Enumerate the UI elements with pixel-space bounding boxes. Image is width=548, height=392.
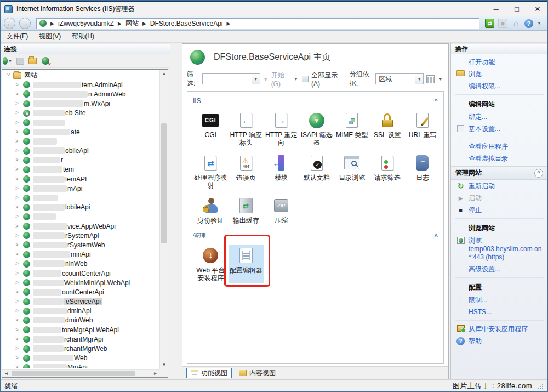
action-view-applications[interactable]: 查看应用程序 bbox=[451, 140, 547, 152]
chevron-collapsed-icon[interactable]: > bbox=[15, 186, 21, 191]
home-icon[interactable]: ⌂ bbox=[511, 19, 521, 28]
tab-content-view[interactable]: 内容视图 bbox=[235, 368, 279, 378]
tree-site-item[interactable]: >rSystemApi bbox=[3, 231, 159, 240]
breadcrumb[interactable]: ▶iZwwqc5yvudamkZ▶网站▶DFStore.BaseServiceA… bbox=[36, 18, 480, 29]
restart-server-icon[interactable]: ⇄ bbox=[485, 19, 494, 28]
tree-site-item[interactable]: > bbox=[3, 118, 159, 127]
chevron-collapsed-icon[interactable]: > bbox=[15, 195, 21, 201]
chevron-collapsed-icon[interactable]: > bbox=[15, 214, 21, 219]
menu-item-1[interactable]: 视图(V) bbox=[39, 32, 61, 41]
scroll-left-icon[interactable]: ◄ bbox=[2, 370, 10, 378]
chevron-expanded-icon[interactable]: > bbox=[5, 73, 11, 78]
chevron-collapsed-icon[interactable]: > bbox=[15, 110, 21, 116]
chevron-collapsed-icon[interactable]: > bbox=[15, 299, 21, 304]
forward-button[interactable]: → bbox=[19, 18, 31, 29]
feature-http-redirect[interactable]: →HTTP 重定向 bbox=[264, 110, 299, 148]
back-button[interactable]: ← bbox=[4, 18, 15, 29]
chevron-collapsed-icon[interactable]: > bbox=[15, 317, 21, 323]
action-browse[interactable]: 浏览 bbox=[451, 68, 547, 80]
tree-site-item[interactable]: >dminWeb bbox=[3, 316, 159, 325]
action-hsts[interactable]: HSTS... bbox=[451, 306, 547, 318]
tree-site-item[interactable]: >minApi bbox=[3, 250, 159, 259]
filter-input[interactable]: ▼ bbox=[202, 73, 260, 84]
feature-web-platform-installer[interactable]: ↓Web 平台安装程序 bbox=[193, 245, 229, 283]
chevron-collapsed-icon[interactable]: > bbox=[15, 327, 21, 333]
tree-site-item[interactable]: >dminApi bbox=[3, 306, 159, 316]
chevron-collapsed-icon[interactable]: > bbox=[15, 252, 21, 257]
chevron-collapsed-icon[interactable]: > bbox=[15, 129, 21, 135]
action-browse-website[interactable]: 浏览 temp003.heyslim.com on *:443 (https) bbox=[451, 235, 547, 263]
group-by-select[interactable]: 区域▼ bbox=[375, 73, 424, 84]
feature-request-filtering[interactable]: 请求筛选 bbox=[370, 152, 406, 191]
tree-site-item[interactable]: >temAPI bbox=[3, 174, 159, 184]
chevron-collapsed-icon[interactable]: > bbox=[15, 261, 21, 266]
action-help[interactable]: ?帮助 bbox=[451, 335, 547, 347]
scroll-down-icon[interactable]: ▼ bbox=[160, 361, 168, 369]
feature-default-document[interactable]: ✓默认文档 bbox=[299, 152, 335, 191]
chevron-collapsed-icon[interactable]: > bbox=[15, 346, 21, 351]
chevron-collapsed-icon[interactable]: > bbox=[15, 337, 21, 342]
scroll-thumb[interactable] bbox=[161, 123, 167, 243]
action-restart[interactable]: ↻重新启动 bbox=[451, 180, 547, 192]
tree-root-item[interactable]: >网站 bbox=[3, 71, 159, 80]
chevron-down-icon[interactable]: ▼ bbox=[415, 74, 423, 84]
tree-site-item[interactable]: >ccountCenterApi bbox=[3, 269, 159, 278]
tree-site-item[interactable]: > bbox=[3, 137, 159, 146]
feature-url-rewrite[interactable]: URL 重写 bbox=[405, 110, 441, 148]
chevron-collapsed-icon[interactable]: > bbox=[15, 204, 21, 210]
feature-modules[interactable]: ←模块 bbox=[264, 152, 299, 191]
action-edit-permissions[interactable]: 编辑权限... bbox=[451, 80, 547, 92]
scroll-thumb[interactable] bbox=[12, 371, 135, 376]
chevron-collapsed-icon[interactable]: > bbox=[15, 242, 21, 248]
scroll-up-icon[interactable]: ▲ bbox=[160, 70, 168, 78]
chevron-collapsed-icon[interactable]: > bbox=[15, 139, 21, 144]
menu-item-2[interactable]: 帮助(H) bbox=[72, 32, 94, 41]
tree-site-item[interactable]: >Web bbox=[3, 354, 159, 363]
tree-site-item[interactable]: >ate bbox=[3, 127, 159, 137]
feature-ssl-settings[interactable]: SSL 设置 bbox=[370, 110, 406, 148]
show-all-button[interactable]: 全部显示(A) bbox=[311, 71, 340, 88]
action-advanced-settings[interactable]: 高级设置... bbox=[451, 263, 547, 275]
tree-site-item[interactable]: >rSystemWeb bbox=[3, 240, 159, 249]
feature-directory-browsing[interactable]: 目录浏览 bbox=[334, 152, 370, 191]
chevron-collapsed-icon[interactable]: > bbox=[15, 101, 21, 106]
action-open-feature[interactable]: 打开功能 bbox=[451, 56, 547, 68]
tree-site-item[interactable]: >n.AdminWeb bbox=[3, 89, 159, 99]
tree-site-item[interactable]: >mApi bbox=[3, 184, 159, 193]
resize-grip-icon[interactable] bbox=[536, 383, 544, 390]
chevron-collapsed-icon[interactable]: > bbox=[15, 365, 21, 368]
feature-output-caching[interactable]: ⇄输出缓存 bbox=[229, 195, 264, 225]
feature-error-pages[interactable]: ⚠404错误页 bbox=[229, 152, 264, 191]
chevron-collapsed-icon[interactable]: > bbox=[15, 308, 21, 314]
tree-site-item[interactable]: >ountCenterApi bbox=[3, 287, 159, 297]
chevron-collapsed-icon[interactable]: > bbox=[15, 177, 21, 182]
tree-site-item[interactable]: >tem bbox=[3, 165, 159, 174]
chevron-collapsed-icon[interactable]: > bbox=[15, 167, 21, 172]
maximize-button[interactable]: □ bbox=[506, 2, 527, 16]
collapse-group-icon[interactable]: ^ bbox=[435, 233, 438, 240]
tree-horizontal-scrollbar[interactable]: ◄ ► bbox=[2, 369, 159, 377]
view-dropdown-icon[interactable]: ▼ bbox=[437, 70, 444, 88]
tree-site-item[interactable]: >ninWeb bbox=[3, 259, 159, 269]
tree-site-item[interactable]: >eb Site bbox=[3, 109, 159, 118]
create-connection-icon[interactable]: ▼ bbox=[3, 56, 12, 65]
feature-isapi-filters[interactable]: ▼ISAPI 筛选器 bbox=[299, 110, 335, 148]
tree-site-item[interactable]: >m.WxApi bbox=[3, 99, 159, 109]
tree-site-item[interactable]: > bbox=[3, 193, 159, 202]
feature-handler-mappings[interactable]: ⇄处理程序映射 bbox=[193, 152, 229, 191]
action-view-virtual-directories[interactable]: 查看虚拟目录 bbox=[451, 152, 547, 164]
feature-mime-types[interactable]: MIME 类型 bbox=[334, 110, 370, 148]
tree-site-item[interactable]: >tem.AdminApi bbox=[3, 80, 159, 89]
collapse-group-icon[interactable]: ^ bbox=[435, 98, 438, 104]
chevron-collapsed-icon[interactable]: > bbox=[15, 157, 21, 163]
tree-site-item[interactable]: >lobileApi bbox=[3, 203, 159, 212]
tab-features-view[interactable]: 功能视图 bbox=[186, 368, 232, 378]
help-dropdown-icon[interactable]: ▼ bbox=[537, 21, 541, 26]
feature-authentication[interactable]: 身份验证 bbox=[193, 195, 229, 225]
chevron-collapsed-icon[interactable]: > bbox=[15, 120, 21, 126]
action-bindings[interactable]: 绑定... bbox=[451, 111, 547, 123]
breadcrumb-item[interactable]: 网站 bbox=[125, 19, 139, 28]
chevron-collapsed-icon[interactable]: > bbox=[15, 271, 21, 276]
feature-http-response-headers[interactable]: ←HTTP 响应标头 bbox=[229, 110, 264, 148]
breadcrumb-item[interactable]: DFStore.BaseServiceApi bbox=[150, 20, 223, 27]
